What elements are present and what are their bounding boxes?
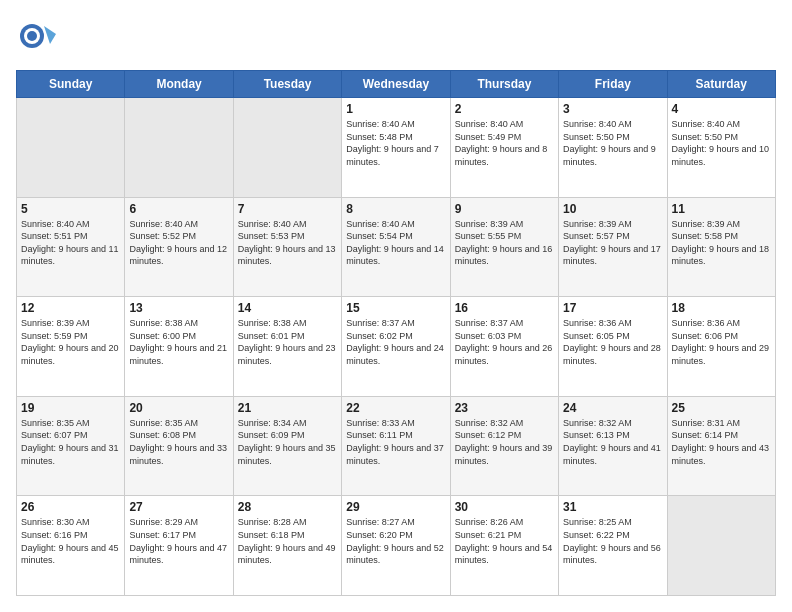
day-number: 1 [346, 102, 445, 116]
weekday-header: Sunday [17, 71, 125, 98]
day-number: 20 [129, 401, 228, 415]
calendar-cell: 3Sunrise: 8:40 AMSunset: 5:50 PMDaylight… [559, 98, 667, 198]
day-number: 15 [346, 301, 445, 315]
day-number: 26 [21, 500, 120, 514]
calendar-cell: 30Sunrise: 8:26 AMSunset: 6:21 PMDayligh… [450, 496, 558, 596]
calendar-cell: 2Sunrise: 8:40 AMSunset: 5:49 PMDaylight… [450, 98, 558, 198]
calendar-cell: 8Sunrise: 8:40 AMSunset: 5:54 PMDaylight… [342, 197, 450, 297]
calendar-cell: 17Sunrise: 8:36 AMSunset: 6:05 PMDayligh… [559, 297, 667, 397]
calendar-cell: 25Sunrise: 8:31 AMSunset: 6:14 PMDayligh… [667, 396, 775, 496]
calendar-week-row: 1Sunrise: 8:40 AMSunset: 5:48 PMDaylight… [17, 98, 776, 198]
calendar-cell: 22Sunrise: 8:33 AMSunset: 6:11 PMDayligh… [342, 396, 450, 496]
calendar-cell: 18Sunrise: 8:36 AMSunset: 6:06 PMDayligh… [667, 297, 775, 397]
calendar-cell: 12Sunrise: 8:39 AMSunset: 5:59 PMDayligh… [17, 297, 125, 397]
day-number: 27 [129, 500, 228, 514]
day-info: Sunrise: 8:25 AMSunset: 6:22 PMDaylight:… [563, 516, 662, 566]
day-info: Sunrise: 8:39 AMSunset: 5:59 PMDaylight:… [21, 317, 120, 367]
logo-icon [16, 16, 56, 56]
calendar-cell: 15Sunrise: 8:37 AMSunset: 6:02 PMDayligh… [342, 297, 450, 397]
day-info: Sunrise: 8:36 AMSunset: 6:06 PMDaylight:… [672, 317, 771, 367]
day-info: Sunrise: 8:40 AMSunset: 5:48 PMDaylight:… [346, 118, 445, 168]
day-info: Sunrise: 8:32 AMSunset: 6:12 PMDaylight:… [455, 417, 554, 467]
calendar-cell: 13Sunrise: 8:38 AMSunset: 6:00 PMDayligh… [125, 297, 233, 397]
weekday-header: Wednesday [342, 71, 450, 98]
header [16, 16, 776, 60]
day-info: Sunrise: 8:39 AMSunset: 5:55 PMDaylight:… [455, 218, 554, 268]
day-info: Sunrise: 8:39 AMSunset: 5:58 PMDaylight:… [672, 218, 771, 268]
day-info: Sunrise: 8:40 AMSunset: 5:51 PMDaylight:… [21, 218, 120, 268]
weekday-header: Thursday [450, 71, 558, 98]
day-info: Sunrise: 8:38 AMSunset: 6:01 PMDaylight:… [238, 317, 337, 367]
calendar-week-row: 26Sunrise: 8:30 AMSunset: 6:16 PMDayligh… [17, 496, 776, 596]
day-info: Sunrise: 8:40 AMSunset: 5:49 PMDaylight:… [455, 118, 554, 168]
day-number: 4 [672, 102, 771, 116]
weekday-header: Friday [559, 71, 667, 98]
calendar-cell: 28Sunrise: 8:28 AMSunset: 6:18 PMDayligh… [233, 496, 341, 596]
day-number: 19 [21, 401, 120, 415]
day-number: 5 [21, 202, 120, 216]
day-info: Sunrise: 8:40 AMSunset: 5:52 PMDaylight:… [129, 218, 228, 268]
day-number: 29 [346, 500, 445, 514]
calendar-cell [233, 98, 341, 198]
weekday-header: Tuesday [233, 71, 341, 98]
day-number: 3 [563, 102, 662, 116]
page: SundayMondayTuesdayWednesdayThursdayFrid… [0, 0, 792, 612]
calendar-cell: 24Sunrise: 8:32 AMSunset: 6:13 PMDayligh… [559, 396, 667, 496]
calendar-week-row: 19Sunrise: 8:35 AMSunset: 6:07 PMDayligh… [17, 396, 776, 496]
day-info: Sunrise: 8:40 AMSunset: 5:50 PMDaylight:… [563, 118, 662, 168]
day-info: Sunrise: 8:37 AMSunset: 6:02 PMDaylight:… [346, 317, 445, 367]
day-number: 12 [21, 301, 120, 315]
calendar-cell [667, 496, 775, 596]
day-info: Sunrise: 8:28 AMSunset: 6:18 PMDaylight:… [238, 516, 337, 566]
calendar-cell: 5Sunrise: 8:40 AMSunset: 5:51 PMDaylight… [17, 197, 125, 297]
calendar-cell: 7Sunrise: 8:40 AMSunset: 5:53 PMDaylight… [233, 197, 341, 297]
calendar-cell: 19Sunrise: 8:35 AMSunset: 6:07 PMDayligh… [17, 396, 125, 496]
calendar-cell: 14Sunrise: 8:38 AMSunset: 6:01 PMDayligh… [233, 297, 341, 397]
calendar-cell [125, 98, 233, 198]
day-number: 2 [455, 102, 554, 116]
day-info: Sunrise: 8:36 AMSunset: 6:05 PMDaylight:… [563, 317, 662, 367]
calendar-cell: 11Sunrise: 8:39 AMSunset: 5:58 PMDayligh… [667, 197, 775, 297]
calendar-cell: 10Sunrise: 8:39 AMSunset: 5:57 PMDayligh… [559, 197, 667, 297]
day-number: 17 [563, 301, 662, 315]
day-info: Sunrise: 8:34 AMSunset: 6:09 PMDaylight:… [238, 417, 337, 467]
calendar-cell: 4Sunrise: 8:40 AMSunset: 5:50 PMDaylight… [667, 98, 775, 198]
day-info: Sunrise: 8:35 AMSunset: 6:07 PMDaylight:… [21, 417, 120, 467]
day-info: Sunrise: 8:40 AMSunset: 5:50 PMDaylight:… [672, 118, 771, 168]
day-info: Sunrise: 8:26 AMSunset: 6:21 PMDaylight:… [455, 516, 554, 566]
day-info: Sunrise: 8:31 AMSunset: 6:14 PMDaylight:… [672, 417, 771, 467]
day-info: Sunrise: 8:35 AMSunset: 6:08 PMDaylight:… [129, 417, 228, 467]
day-number: 9 [455, 202, 554, 216]
svg-marker-3 [44, 26, 56, 44]
day-info: Sunrise: 8:27 AMSunset: 6:20 PMDaylight:… [346, 516, 445, 566]
day-number: 16 [455, 301, 554, 315]
weekday-header: Monday [125, 71, 233, 98]
day-info: Sunrise: 8:40 AMSunset: 5:54 PMDaylight:… [346, 218, 445, 268]
calendar-cell: 27Sunrise: 8:29 AMSunset: 6:17 PMDayligh… [125, 496, 233, 596]
calendar-week-row: 5Sunrise: 8:40 AMSunset: 5:51 PMDaylight… [17, 197, 776, 297]
calendar-cell: 29Sunrise: 8:27 AMSunset: 6:20 PMDayligh… [342, 496, 450, 596]
calendar-cell: 21Sunrise: 8:34 AMSunset: 6:09 PMDayligh… [233, 396, 341, 496]
day-number: 18 [672, 301, 771, 315]
day-number: 22 [346, 401, 445, 415]
calendar-cell: 31Sunrise: 8:25 AMSunset: 6:22 PMDayligh… [559, 496, 667, 596]
calendar-cell: 23Sunrise: 8:32 AMSunset: 6:12 PMDayligh… [450, 396, 558, 496]
calendar-week-row: 12Sunrise: 8:39 AMSunset: 5:59 PMDayligh… [17, 297, 776, 397]
day-number: 7 [238, 202, 337, 216]
calendar-cell: 16Sunrise: 8:37 AMSunset: 6:03 PMDayligh… [450, 297, 558, 397]
day-number: 10 [563, 202, 662, 216]
day-info: Sunrise: 8:30 AMSunset: 6:16 PMDaylight:… [21, 516, 120, 566]
calendar-cell: 6Sunrise: 8:40 AMSunset: 5:52 PMDaylight… [125, 197, 233, 297]
day-number: 23 [455, 401, 554, 415]
day-number: 30 [455, 500, 554, 514]
day-number: 8 [346, 202, 445, 216]
calendar-cell: 9Sunrise: 8:39 AMSunset: 5:55 PMDaylight… [450, 197, 558, 297]
logo [16, 16, 60, 60]
day-number: 13 [129, 301, 228, 315]
day-info: Sunrise: 8:37 AMSunset: 6:03 PMDaylight:… [455, 317, 554, 367]
calendar-table: SundayMondayTuesdayWednesdayThursdayFrid… [16, 70, 776, 596]
day-info: Sunrise: 8:33 AMSunset: 6:11 PMDaylight:… [346, 417, 445, 467]
day-number: 25 [672, 401, 771, 415]
weekday-header: Saturday [667, 71, 775, 98]
day-info: Sunrise: 8:32 AMSunset: 6:13 PMDaylight:… [563, 417, 662, 467]
